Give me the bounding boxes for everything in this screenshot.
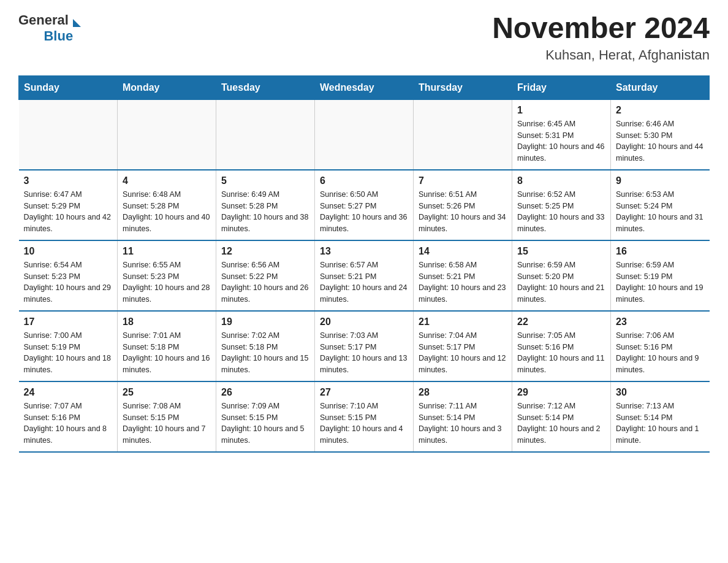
day-number: 9 xyxy=(616,175,705,186)
day-info: Sunrise: 7:04 AM Sunset: 5:17 PM Dayligh… xyxy=(419,330,507,376)
logo-line1: General xyxy=(18,12,81,28)
day-number: 8 xyxy=(517,175,605,186)
calendar-cell: 28Sunrise: 7:11 AM Sunset: 5:14 PM Dayli… xyxy=(414,381,512,452)
calendar-week-row: 24Sunrise: 7:07 AM Sunset: 5:16 PM Dayli… xyxy=(19,381,710,452)
calendar-cell: 19Sunrise: 7:02 AM Sunset: 5:18 PM Dayli… xyxy=(216,311,315,381)
day-number: 29 xyxy=(517,387,605,398)
column-header-sunday: Sunday xyxy=(19,75,118,99)
calendar-cell: 5Sunrise: 6:49 AM Sunset: 5:28 PM Daylig… xyxy=(216,170,315,240)
day-info: Sunrise: 6:53 AM Sunset: 5:24 PM Dayligh… xyxy=(616,189,705,235)
day-number: 22 xyxy=(517,316,605,327)
day-info: Sunrise: 6:59 AM Sunset: 5:20 PM Dayligh… xyxy=(517,259,605,305)
day-number: 27 xyxy=(320,387,408,398)
day-number: 10 xyxy=(24,246,113,257)
column-header-saturday: Saturday xyxy=(611,75,710,99)
logo: General Blue xyxy=(18,12,81,44)
calendar-week-row: 3Sunrise: 6:47 AM Sunset: 5:29 PM Daylig… xyxy=(19,170,710,240)
day-info: Sunrise: 6:45 AM Sunset: 5:31 PM Dayligh… xyxy=(517,118,605,164)
logo-triangle-icon xyxy=(73,19,81,27)
day-number: 24 xyxy=(24,387,113,398)
column-header-monday: Monday xyxy=(118,75,216,99)
calendar-cell: 1Sunrise: 6:45 AM Sunset: 5:31 PM Daylig… xyxy=(512,99,611,170)
day-info: Sunrise: 7:13 AM Sunset: 5:14 PM Dayligh… xyxy=(616,400,705,446)
day-number: 6 xyxy=(320,175,408,186)
calendar-cell: 20Sunrise: 7:03 AM Sunset: 5:17 PM Dayli… xyxy=(315,311,414,381)
day-info: Sunrise: 7:11 AM Sunset: 5:14 PM Dayligh… xyxy=(419,400,507,446)
calendar-cell: 8Sunrise: 6:52 AM Sunset: 5:25 PM Daylig… xyxy=(512,170,611,240)
day-info: Sunrise: 6:46 AM Sunset: 5:30 PM Dayligh… xyxy=(616,118,705,164)
calendar-week-row: 17Sunrise: 7:00 AM Sunset: 5:19 PM Dayli… xyxy=(19,311,710,381)
day-info: Sunrise: 6:47 AM Sunset: 5:29 PM Dayligh… xyxy=(24,189,113,235)
day-info: Sunrise: 7:06 AM Sunset: 5:16 PM Dayligh… xyxy=(616,330,705,376)
day-info: Sunrise: 7:07 AM Sunset: 5:16 PM Dayligh… xyxy=(24,400,113,446)
title-block: November 2024 Kuhsan, Herat, Afghanistan xyxy=(492,12,710,63)
day-number: 11 xyxy=(123,246,211,257)
calendar-cell: 26Sunrise: 7:09 AM Sunset: 5:15 PM Dayli… xyxy=(216,381,315,452)
calendar-cell: 12Sunrise: 6:56 AM Sunset: 5:22 PM Dayli… xyxy=(216,240,315,311)
day-number: 26 xyxy=(221,387,309,398)
calendar-header-row: SundayMondayTuesdayWednesdayThursdayFrid… xyxy=(19,75,710,99)
calendar-subtitle: Kuhsan, Herat, Afghanistan xyxy=(492,47,710,63)
day-number: 28 xyxy=(419,387,507,398)
calendar-cell: 11Sunrise: 6:55 AM Sunset: 5:23 PM Dayli… xyxy=(118,240,216,311)
day-info: Sunrise: 6:50 AM Sunset: 5:27 PM Dayligh… xyxy=(320,189,408,235)
day-info: Sunrise: 6:57 AM Sunset: 5:21 PM Dayligh… xyxy=(320,259,408,305)
day-info: Sunrise: 6:52 AM Sunset: 5:25 PM Dayligh… xyxy=(517,189,605,235)
day-number: 17 xyxy=(24,316,113,327)
day-info: Sunrise: 7:03 AM Sunset: 5:17 PM Dayligh… xyxy=(320,330,408,376)
calendar-cell: 10Sunrise: 6:54 AM Sunset: 5:23 PM Dayli… xyxy=(19,240,118,311)
day-info: Sunrise: 6:49 AM Sunset: 5:28 PM Dayligh… xyxy=(221,189,309,235)
day-number: 15 xyxy=(517,246,605,257)
day-info: Sunrise: 6:59 AM Sunset: 5:19 PM Dayligh… xyxy=(616,259,705,305)
day-info: Sunrise: 6:51 AM Sunset: 5:26 PM Dayligh… xyxy=(419,189,507,235)
day-number: 21 xyxy=(419,316,507,327)
calendar-cell: 9Sunrise: 6:53 AM Sunset: 5:24 PM Daylig… xyxy=(611,170,710,240)
day-number: 30 xyxy=(616,387,705,398)
calendar-cell: 27Sunrise: 7:10 AM Sunset: 5:15 PM Dayli… xyxy=(315,381,414,452)
day-info: Sunrise: 7:12 AM Sunset: 5:14 PM Dayligh… xyxy=(517,400,605,446)
day-number: 2 xyxy=(616,105,705,116)
day-info: Sunrise: 7:10 AM Sunset: 5:15 PM Dayligh… xyxy=(320,400,408,446)
day-info: Sunrise: 6:56 AM Sunset: 5:22 PM Dayligh… xyxy=(221,259,309,305)
calendar-cell xyxy=(19,99,118,170)
column-header-wednesday: Wednesday xyxy=(315,75,414,99)
logo-blue-text: Blue xyxy=(44,28,73,44)
calendar-title: November 2024 xyxy=(492,12,710,45)
day-number: 3 xyxy=(24,175,113,186)
day-number: 12 xyxy=(221,246,309,257)
calendar-cell: 21Sunrise: 7:04 AM Sunset: 5:17 PM Dayli… xyxy=(414,311,512,381)
column-header-friday: Friday xyxy=(512,75,611,99)
calendar-cell xyxy=(315,99,414,170)
calendar-cell: 24Sunrise: 7:07 AM Sunset: 5:16 PM Dayli… xyxy=(19,381,118,452)
calendar-cell: 16Sunrise: 6:59 AM Sunset: 5:19 PM Dayli… xyxy=(611,240,710,311)
day-number: 14 xyxy=(419,246,507,257)
day-info: Sunrise: 6:54 AM Sunset: 5:23 PM Dayligh… xyxy=(24,259,113,305)
calendar-cell: 30Sunrise: 7:13 AM Sunset: 5:14 PM Dayli… xyxy=(611,381,710,452)
logo-line2: Blue xyxy=(18,28,81,44)
calendar-cell: 22Sunrise: 7:05 AM Sunset: 5:16 PM Dayli… xyxy=(512,311,611,381)
calendar-cell: 2Sunrise: 6:46 AM Sunset: 5:30 PM Daylig… xyxy=(611,99,710,170)
day-number: 18 xyxy=(123,316,211,327)
calendar-cell xyxy=(414,99,512,170)
calendar-cell: 4Sunrise: 6:48 AM Sunset: 5:28 PM Daylig… xyxy=(118,170,216,240)
calendar-cell: 3Sunrise: 6:47 AM Sunset: 5:29 PM Daylig… xyxy=(19,170,118,240)
day-info: Sunrise: 7:01 AM Sunset: 5:18 PM Dayligh… xyxy=(123,330,211,376)
day-number: 19 xyxy=(221,316,309,327)
logo-general-text: General xyxy=(18,12,69,28)
day-info: Sunrise: 7:08 AM Sunset: 5:15 PM Dayligh… xyxy=(123,400,211,446)
day-number: 4 xyxy=(123,175,211,186)
calendar-cell: 25Sunrise: 7:08 AM Sunset: 5:15 PM Dayli… xyxy=(118,381,216,452)
day-info: Sunrise: 7:05 AM Sunset: 5:16 PM Dayligh… xyxy=(517,330,605,376)
day-number: 1 xyxy=(517,105,605,116)
day-info: Sunrise: 7:09 AM Sunset: 5:15 PM Dayligh… xyxy=(221,400,309,446)
calendar-cell: 7Sunrise: 6:51 AM Sunset: 5:26 PM Daylig… xyxy=(414,170,512,240)
calendar-cell: 17Sunrise: 7:00 AM Sunset: 5:19 PM Dayli… xyxy=(19,311,118,381)
day-info: Sunrise: 6:55 AM Sunset: 5:23 PM Dayligh… xyxy=(123,259,211,305)
calendar-cell: 13Sunrise: 6:57 AM Sunset: 5:21 PM Dayli… xyxy=(315,240,414,311)
day-number: 5 xyxy=(221,175,309,186)
calendar-table: SundayMondayTuesdayWednesdayThursdayFrid… xyxy=(18,75,710,453)
column-header-thursday: Thursday xyxy=(414,75,512,99)
day-number: 7 xyxy=(419,175,507,186)
day-number: 20 xyxy=(320,316,408,327)
calendar-cell: 14Sunrise: 6:58 AM Sunset: 5:21 PM Dayli… xyxy=(414,240,512,311)
